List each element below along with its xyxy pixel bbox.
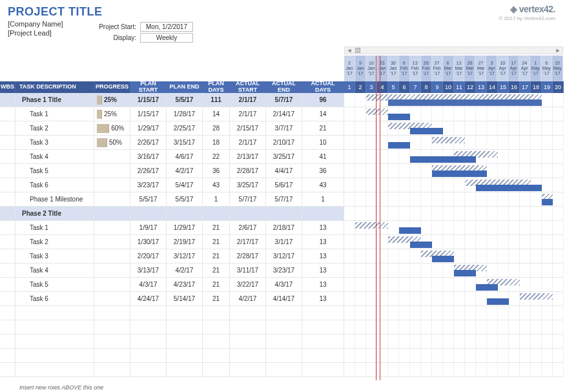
scroll-right-button[interactable]: ► xyxy=(553,47,562,54)
wbs-cell[interactable] xyxy=(0,349,15,362)
scroll-left-button[interactable]: ◄ xyxy=(345,47,354,54)
actual-end-cell[interactable]: 2/18/17 xyxy=(266,221,302,234)
actual-end-cell[interactable]: 3/12/17 xyxy=(266,249,302,263)
actual-end-cell[interactable] xyxy=(266,363,302,377)
plan-days-cell[interactable]: 21 xyxy=(203,263,230,277)
actual-end-cell[interactable]: 5/6/17 xyxy=(266,178,302,192)
actual-start-cell[interactable]: 2/6/17 xyxy=(230,221,266,234)
task-name-cell[interactable]: Phase 1 Title xyxy=(15,93,94,107)
actual-days-cell[interactable]: 36 xyxy=(302,164,344,178)
actual-end-cell[interactable] xyxy=(266,320,302,334)
actual-end-cell[interactable] xyxy=(266,349,302,362)
progress-cell[interactable] xyxy=(94,263,130,277)
actual-days-cell[interactable]: 13 xyxy=(302,292,344,305)
actual-days-cell[interactable]: 13 xyxy=(302,263,344,277)
actual-start-cell[interactable]: 2/1/17 xyxy=(230,136,266,149)
actual-days-cell[interactable]: 13 xyxy=(302,235,344,249)
task-name-cell[interactable]: Phase 1 Milestone xyxy=(15,192,94,206)
actual-days-cell[interactable]: 41 xyxy=(302,150,344,163)
actual-days-cell[interactable] xyxy=(302,320,344,334)
actual-start-cell[interactable]: 2/28/17 xyxy=(230,249,266,263)
actual-start-cell[interactable]: 2/1/17 xyxy=(230,107,266,121)
plan-start-cell[interactable]: 5/5/17 xyxy=(130,192,167,206)
actual-days-cell[interactable] xyxy=(302,335,344,348)
plan-days-cell[interactable]: 28 xyxy=(203,121,230,135)
task-name-cell[interactable]: Task 6 xyxy=(15,292,94,305)
actual-start-cell[interactable]: 2/15/17 xyxy=(230,121,266,135)
task-name-cell[interactable] xyxy=(15,320,94,334)
plan-days-cell[interactable] xyxy=(203,320,230,334)
actual-days-cell[interactable]: 13 xyxy=(302,278,344,291)
plan-end-cell[interactable] xyxy=(167,306,203,320)
plan-days-cell[interactable]: 43 xyxy=(203,178,230,192)
actual-start-cell[interactable]: 3/22/17 xyxy=(230,278,266,291)
progress-cell[interactable] xyxy=(94,278,130,291)
plan-days-cell[interactable]: 22 xyxy=(203,150,230,163)
progress-cell[interactable] xyxy=(94,207,130,220)
actual-start-cell[interactable]: 2/17/17 xyxy=(230,235,266,249)
actual-days-cell[interactable]: 21 xyxy=(302,121,344,135)
plan-start-cell[interactable] xyxy=(130,349,167,362)
plan-end-cell[interactable]: 2/25/17 xyxy=(167,121,203,135)
actual-start-cell[interactable]: 3/11/17 xyxy=(230,263,266,277)
wbs-cell[interactable] xyxy=(0,263,15,277)
wbs-cell[interactable] xyxy=(0,150,15,163)
actual-start-cell[interactable]: 4/2/17 xyxy=(230,292,266,305)
actual-end-cell[interactable]: 5/7/17 xyxy=(266,192,302,206)
actual-start-cell[interactable]: 2/1/17 xyxy=(230,93,266,107)
actual-days-cell[interactable]: 43 xyxy=(302,178,344,192)
plan-days-cell[interactable] xyxy=(203,349,230,362)
wbs-cell[interactable] xyxy=(0,136,15,149)
actual-days-cell[interactable]: 13 xyxy=(302,249,344,263)
task-row[interactable]: Task 52/26/174/2/17362/28/174/4/1736 xyxy=(0,164,563,178)
actual-days-cell[interactable] xyxy=(302,363,344,377)
plan-end-cell[interactable]: 3/15/17 xyxy=(167,136,203,149)
actual-end-cell[interactable] xyxy=(266,335,302,348)
task-row[interactable]: Task 11/9/171/29/17212/6/172/18/1713 xyxy=(0,221,563,235)
plan-end-cell[interactable] xyxy=(167,363,203,377)
actual-start-cell[interactable] xyxy=(230,349,266,362)
task-row[interactable]: Task 21/30/172/19/17212/17/173/1/1713 xyxy=(0,235,563,249)
actual-end-cell[interactable]: 3/25/17 xyxy=(266,150,302,163)
plan-days-cell[interactable]: 21 xyxy=(203,221,230,234)
plan-end-cell[interactable]: 1/29/17 xyxy=(167,221,203,234)
actual-start-cell[interactable]: 2/13/17 xyxy=(230,150,266,163)
plan-start-cell[interactable]: 4/24/17 xyxy=(130,292,167,305)
task-name-cell[interactable] xyxy=(15,363,94,377)
actual-days-cell[interactable]: 10 xyxy=(302,136,344,149)
progress-cell[interactable]: 60% xyxy=(94,121,130,135)
actual-end-cell[interactable] xyxy=(266,207,302,220)
progress-cell[interactable]: 50% xyxy=(94,136,130,149)
plan-days-cell[interactable]: 36 xyxy=(203,164,230,178)
progress-cell[interactable] xyxy=(94,150,130,163)
plan-start-cell[interactable]: 2/26/17 xyxy=(130,164,167,178)
plan-start-cell[interactable]: 1/29/17 xyxy=(130,121,167,135)
task-name-cell[interactable]: Task 4 xyxy=(15,263,94,277)
progress-cell[interactable]: 25% xyxy=(94,93,130,107)
plan-end-cell[interactable]: 2/19/17 xyxy=(167,235,203,249)
actual-start-cell[interactable] xyxy=(230,335,266,348)
plan-end-cell[interactable] xyxy=(167,320,203,334)
wbs-cell[interactable] xyxy=(0,249,15,263)
actual-days-cell[interactable]: 1 xyxy=(302,192,344,206)
plan-days-cell[interactable]: 21 xyxy=(203,249,230,263)
plan-days-cell[interactable]: 21 xyxy=(203,278,230,291)
progress-cell[interactable] xyxy=(94,164,130,178)
plan-days-cell[interactable]: 14 xyxy=(203,107,230,121)
task-name-cell[interactable]: Phase 2 Title xyxy=(15,207,94,220)
timeline-scrollbar[interactable]: ◄ ► xyxy=(344,46,563,54)
actual-start-cell[interactable]: 2/28/17 xyxy=(230,164,266,178)
plan-start-cell[interactable]: 1/9/17 xyxy=(130,221,167,234)
empty-row[interactable] xyxy=(0,363,563,377)
actual-end-cell[interactable]: 3/23/17 xyxy=(266,263,302,277)
actual-end-cell[interactable]: 2/14/17 xyxy=(266,107,302,121)
progress-cell[interactable] xyxy=(94,306,130,320)
plan-days-cell[interactable]: 21 xyxy=(203,235,230,249)
scroll-thumb[interactable] xyxy=(355,48,360,53)
plan-start-cell[interactable]: 3/16/17 xyxy=(130,150,167,163)
plan-end-cell[interactable]: 4/2/17 xyxy=(167,164,203,178)
plan-start-cell[interactable]: 3/13/17 xyxy=(130,263,167,277)
scroll-track[interactable] xyxy=(354,47,553,54)
task-row[interactable]: Task 260%1/29/172/25/17282/15/173/7/1721 xyxy=(0,121,563,136)
wbs-cell[interactable] xyxy=(0,278,15,291)
